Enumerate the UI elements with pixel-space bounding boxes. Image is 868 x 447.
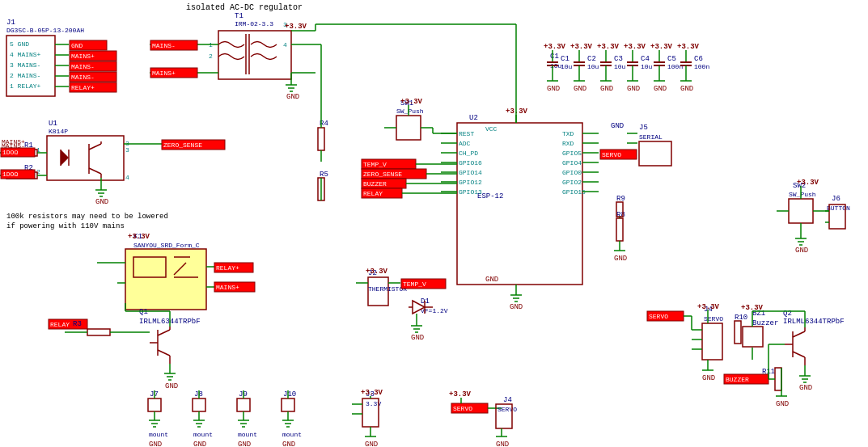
c6-val: 100n <box>694 63 709 70</box>
esp-ch-pd: CH_PD <box>459 150 478 157</box>
c5-val: 100n <box>667 63 683 70</box>
c1-val: 10u <box>561 63 573 70</box>
k1-relay-in: RELAY <box>50 321 70 328</box>
j4-servo-label: SERVO <box>649 313 668 320</box>
esp-gpio13: GPIO13 <box>459 188 482 196</box>
c6-lbl: C6 <box>694 55 703 63</box>
c3-lbl: C3 <box>614 55 623 63</box>
esp-33v: +3.3V <box>506 108 528 116</box>
j5-value: SERIAL <box>639 133 663 141</box>
c5-lbl: C5 <box>667 55 676 63</box>
d1-gnd: GND <box>411 334 424 342</box>
r3-label: R3 <box>73 320 82 328</box>
c1-lbl: C1 <box>561 55 569 63</box>
j1-label: J1 <box>6 19 15 27</box>
u2-label: U2 <box>469 114 478 122</box>
u1-pin4: 4 <box>125 174 129 181</box>
c1-label: C1 <box>550 53 559 61</box>
j7-value: mount <box>149 431 168 438</box>
esp-gpio5: GPIO5 <box>562 150 582 157</box>
esp-zero-sense: ZERO_SENSE <box>363 171 402 178</box>
j1-pin1: 1 RELAY+ <box>10 82 41 90</box>
c4-lbl: C4 <box>641 55 650 63</box>
note-line2: if powering with 110V mains <box>6 222 125 230</box>
t1-gnd: GND <box>286 93 299 101</box>
esp-temp-v: TEMP_V <box>363 161 387 168</box>
cap-33v-3: +3.3V <box>597 43 620 51</box>
esp-gpio14: GPIO14 <box>459 169 482 176</box>
u1-value: K814P <box>49 128 68 135</box>
zero-sense-label1: ZERO_SENSE <box>163 141 202 149</box>
esp-gpio2: GPIO2 <box>562 179 582 186</box>
j10-value: mount <box>282 431 302 438</box>
j1-pin2: 2 MAINS- <box>10 72 40 79</box>
c1-gnd: GND <box>547 85 560 93</box>
j1-net-mains-m1: MAINS- <box>71 63 95 70</box>
c4-val: 10u <box>641 63 653 70</box>
r11-gnd: GND <box>776 400 789 408</box>
j7-gnd: GND <box>149 441 162 447</box>
t1-33v-top: +3.3V <box>285 23 307 31</box>
buzzer-input-label: BUZZER <box>726 376 749 383</box>
u1-gnd: GND <box>95 198 108 206</box>
schematic-canvas: isolated AC-DC regulator J1 DG35C-B-05P-… <box>0 0 868 447</box>
esp-relay: RELAY <box>363 190 383 197</box>
j1-net-gnd: GND <box>71 42 83 49</box>
j8-gnd: GND <box>193 441 206 447</box>
j3-gnd: GND <box>365 441 378 447</box>
j9-value: mount <box>238 431 257 438</box>
q2-gnd: GND <box>799 384 812 392</box>
esp-rxd: RXD <box>562 140 574 147</box>
title-annotation: isolated AC-DC regulator <box>186 3 303 12</box>
esp-rest: REST <box>459 130 474 137</box>
j8-value: mount <box>193 431 213 438</box>
servo-gnd-bot: GND <box>496 441 509 447</box>
j4-gnd: GND <box>702 374 715 382</box>
esp-servo-out: SERVO <box>602 151 621 158</box>
c2-val: 10u <box>587 63 599 70</box>
u1-label: U1 <box>49 120 57 128</box>
k1-value: SANYOU_SRD_Form_C <box>133 242 200 249</box>
k1-relay-p: RELAY+ <box>216 264 239 272</box>
j4-33v: +3.3V <box>697 303 720 311</box>
q2-value: IRLML6344TRPbF <box>783 318 845 326</box>
esp-gpio16: GPIO16 <box>459 159 482 167</box>
servo-33v: +3.3V <box>449 390 472 399</box>
q1-label: Q1 <box>139 308 148 316</box>
t1-mains-n: MAINS- <box>152 42 176 49</box>
sw2-value: SW_Push <box>789 191 816 198</box>
c4-gnd: GND <box>627 85 640 93</box>
q1-gnd: GND <box>165 382 178 390</box>
sw2-33v: +3.3V <box>797 179 819 187</box>
j6-value: BUTTON <box>827 205 850 212</box>
esp-vcc: VCC <box>485 125 498 133</box>
t1-label: T1 <box>235 12 243 20</box>
sw1-value: SW_Push <box>396 108 424 115</box>
k1-mains-p: MAINS+ <box>216 284 239 291</box>
esp-gnd-bot: GND <box>485 276 498 284</box>
j2-temp-v: TEMP_V <box>403 280 426 288</box>
u1-pin3-num: 3 <box>125 146 129 154</box>
j4-value: SERVO <box>704 315 723 323</box>
j3-33v: +3.3V <box>361 389 383 397</box>
j1-net-mains-p1: MAINS+ <box>71 53 95 60</box>
cap-33v-1: +3.3V <box>544 43 566 51</box>
u1-r2-mains: 1DOΩ <box>2 171 18 178</box>
c3-val: 10u <box>614 63 626 70</box>
j2-33v: +3.3V <box>366 268 388 276</box>
u1-r1-mains: 1DOΩ <box>2 149 18 156</box>
j4-bot-label: J4 <box>503 396 512 404</box>
c2-gnd: GND <box>574 85 586 93</box>
cap-33v-4: +3.3V <box>624 43 646 51</box>
esp-adc: ADC <box>459 140 471 147</box>
c2-lbl: C2 <box>587 55 596 63</box>
j6-label: J6 <box>832 195 840 203</box>
j5-gnd-area: GND <box>611 122 624 130</box>
j10-gnd: GND <box>282 441 295 447</box>
k1-33v: +3.3V <box>128 233 150 241</box>
c3-gnd: GND <box>600 85 613 93</box>
j9-gnd: GND <box>238 441 251 447</box>
t1-pin4: 4 <box>283 41 287 48</box>
esp-txd: TXD <box>562 130 574 137</box>
j1-pin3: 3 MAINS- <box>10 61 40 69</box>
